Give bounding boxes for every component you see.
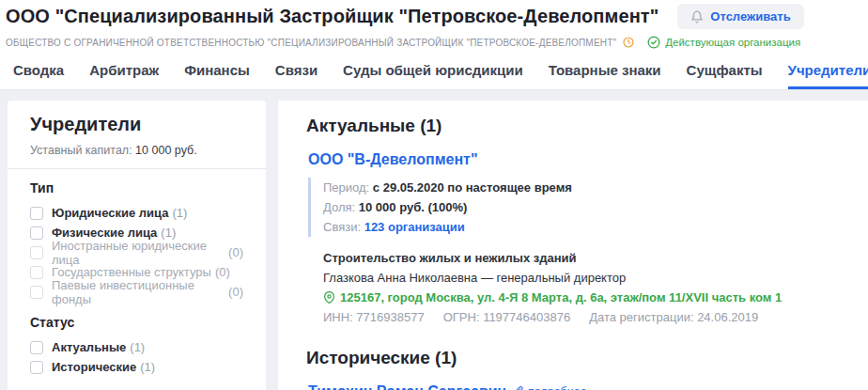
check-circle-icon	[647, 36, 660, 49]
checkbox[interactable]	[30, 207, 43, 220]
tab-bar: Сводка Арбитраж Финансы Связи Суды общей…	[0, 60, 868, 90]
checkbox[interactable]	[30, 226, 43, 240]
reg-date-value: 24.06.2019	[697, 310, 758, 324]
tab-suschfakty[interactable]: Сущфакты	[687, 60, 763, 89]
director-row: Глазкова Анна Николаевна — генеральный д…	[323, 268, 849, 288]
historical-heading: Исторические (1)	[306, 348, 849, 368]
charter-capital: Уставный капитал: 10 000 руб.	[30, 144, 243, 157]
details-link[interactable]: подробнее	[514, 385, 587, 390]
tab-uchrediteli[interactable]: Учредители	[788, 60, 868, 89]
company-link[interactable]: ООО "В-Девелопмент"	[308, 151, 477, 167]
share-row: Доля: 10 000 руб. (100%)	[323, 197, 849, 217]
company-title: ООО "Специализированный Застройщик "Петр…	[6, 6, 659, 27]
checkbox[interactable]	[30, 361, 43, 374]
clock-icon	[623, 37, 634, 48]
actual-heading: Актуальные (1)	[306, 116, 849, 136]
filter-historical[interactable]: Исторические (1)	[30, 357, 243, 377]
checkbox[interactable]	[30, 341, 43, 354]
company-full-name: ОБЩЕСТВО С ОГРАНИЧЕННОЙ ОТВЕТСТВЕННОСТЬЮ…	[6, 38, 616, 48]
founders-main: Актуальные (1) ООО "В-Девелопмент" Перио…	[278, 101, 868, 390]
founder-entry-company: ООО "В-Девелопмент" Период: с 29.05.2020…	[308, 151, 849, 327]
address-text: 125167, город Москва, ул. 4-Я 8 Марта, д…	[340, 288, 782, 307]
links-row: Связи: 123 организации	[323, 217, 849, 237]
tab-finansy[interactable]: Финансы	[184, 60, 250, 89]
details-link-label: подробнее	[528, 385, 587, 390]
company-details: Строительство жилых и нежилых зданий Гла…	[323, 248, 849, 327]
status-badge: Действующая организация	[647, 36, 800, 49]
inn-label: ИНН:	[323, 310, 353, 324]
ogrn-value: 1197746403876	[483, 310, 570, 324]
tab-svyazi[interactable]: Связи	[275, 60, 318, 89]
address-row: 125167, город Москва, ул. 4-Я 8 Марта, д…	[323, 288, 849, 307]
filter-legal-entities[interactable]: Юридические лица (1)	[30, 203, 243, 223]
period-row: Период: с 29.05.2020 по настоящее время	[323, 178, 849, 197]
checkbox	[30, 246, 43, 259]
registry-row: ИНН: 7716938577 ОГРН: 1197746403876 Дата…	[323, 307, 849, 327]
tab-sudy[interactable]: Суды общей юрисдикции	[343, 60, 523, 89]
tab-tovarnye-znaki[interactable]: Товарные знаки	[549, 60, 661, 89]
checkbox	[30, 286, 43, 299]
filter-investment-funds: Паевые инвестиционные фонды (0)	[30, 282, 243, 302]
filter-actual[interactable]: Актуальные (1)	[30, 337, 243, 357]
map-pin-icon	[323, 291, 335, 304]
ogrn-label: ОГРН:	[443, 310, 480, 324]
filter-foreign-entities: Иностранные юридические лица (0)	[30, 242, 243, 262]
checkbox	[30, 266, 43, 279]
content-area: Учредители Уставный капитал: 10 000 руб.…	[0, 90, 868, 390]
sidebar-title: Учредители	[30, 114, 243, 135]
follow-button-label: Отслеживать	[710, 9, 790, 23]
page-header: ООО "Специализированный Застройщик "Петр…	[0, 0, 868, 49]
sidebar-divider	[8, 168, 266, 169]
status-badge-label: Действующая организация	[665, 37, 800, 48]
company-info-block: Период: с 29.05.2020 по настоящее время …	[308, 178, 849, 237]
paperclip-icon	[514, 386, 524, 390]
filter-group-type: Тип	[30, 180, 243, 195]
activity-row: Строительство жилых и нежилых зданий	[323, 248, 849, 268]
inn-value: 7716938577	[356, 310, 424, 324]
filters-sidebar: Учредители Уставный капитал: 10 000 руб.…	[8, 101, 266, 390]
tab-arbitrazh[interactable]: Арбитраж	[89, 60, 159, 89]
bell-icon	[690, 10, 704, 23]
filter-group-status: Статус	[30, 315, 243, 330]
founder-entry-person: Тимохин Роман Сергеевичподробнее Период:…	[308, 383, 849, 390]
links-count-link[interactable]: 123 организации	[364, 220, 465, 234]
reg-date-label: Дата регистрации:	[589, 310, 693, 324]
person-link[interactable]: Тимохин Роман Сергеевич	[308, 383, 506, 390]
follow-button[interactable]: Отслеживать	[677, 4, 803, 29]
tab-svodka[interactable]: Сводка	[13, 60, 64, 89]
